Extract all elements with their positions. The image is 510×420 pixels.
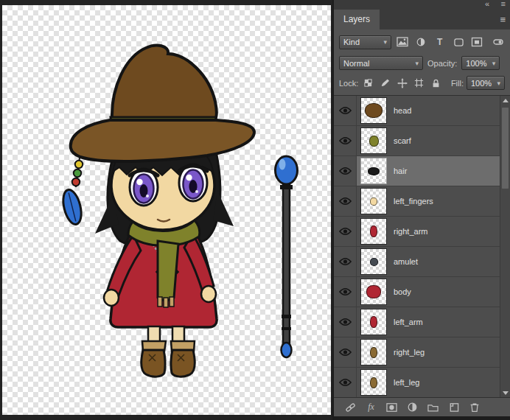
- layer-row-main[interactable]: body: [357, 277, 510, 307]
- blend-mode-value: Normal: [343, 59, 369, 68]
- right-eye-graphic: [179, 164, 207, 201]
- layer-row[interactable]: hair: [334, 156, 510, 186]
- visibility-toggle[interactable]: [334, 337, 357, 367]
- kind-label: Kind: [343, 38, 360, 46]
- layer-thumbnail[interactable]: [360, 339, 387, 365]
- eye-icon: [339, 227, 352, 236]
- layer-row-main[interactable]: hair: [357, 156, 510, 186]
- layer-row-main[interactable]: left_leg: [357, 368, 510, 397]
- panel-menu-icon[interactable]: ≡: [500, 14, 506, 25]
- layer-row-main[interactable]: scarf: [357, 126, 510, 155]
- layer-row[interactable]: right_arm: [334, 217, 510, 247]
- hat-graphic: [71, 46, 254, 161]
- opacity-label: Opacity:: [427, 59, 457, 68]
- fx-icon: fx: [368, 402, 374, 413]
- tab-layers[interactable]: Layers: [334, 10, 380, 29]
- lock-all-button[interactable]: [429, 77, 443, 90]
- canvas[interactable]: [2, 5, 331, 415]
- layer-thumbnail[interactable]: [360, 158, 387, 184]
- filter-shape-layers-button[interactable]: [451, 35, 466, 49]
- fill-input[interactable]: 100% ▾: [467, 76, 505, 90]
- legs-graphic: [142, 326, 195, 377]
- filter-type-layers-button[interactable]: T: [433, 35, 447, 49]
- filter-adjustment-layers-button[interactable]: [413, 35, 428, 49]
- layer-list: head scarf hair left_fi: [334, 95, 510, 397]
- layer-row[interactable]: body: [334, 277, 510, 307]
- layer-name: right_arm: [394, 227, 427, 236]
- eye-icon: [339, 348, 352, 357]
- add-layer-mask-button[interactable]: [385, 401, 399, 413]
- visibility-toggle[interactable]: [334, 186, 357, 216]
- layer-thumbnail[interactable]: [360, 97, 387, 124]
- lock-image-pixels-button[interactable]: [378, 77, 392, 90]
- new-group-button[interactable]: [426, 401, 440, 413]
- layer-name: head: [394, 106, 411, 115]
- layer-row[interactable]: head: [334, 96, 510, 126]
- new-layer-button[interactable]: [447, 401, 461, 413]
- visibility-toggle[interactable]: [334, 368, 357, 397]
- visibility-toggle[interactable]: [334, 217, 357, 246]
- layer-row[interactable]: scarf: [334, 126, 510, 156]
- panel-tabbar: Layers ≡: [334, 10, 510, 29]
- layer-row-main[interactable]: right_leg: [357, 337, 510, 367]
- layer-row-main[interactable]: left_arm: [357, 307, 510, 337]
- layer-row-main[interactable]: head: [357, 96, 510, 125]
- layer-thumb-blob: [370, 377, 377, 388]
- character-artwork: [2, 5, 332, 415]
- layer-rows: head scarf hair left_fi: [334, 96, 510, 397]
- lock-artboard-button[interactable]: [412, 77, 426, 90]
- layer-name: left_arm: [394, 318, 423, 326]
- layer-thumbnail[interactable]: [360, 127, 387, 154]
- visibility-toggle[interactable]: [334, 96, 357, 125]
- layer-row[interactable]: amulet: [334, 247, 510, 277]
- filter-toggle-switch[interactable]: [492, 35, 506, 49]
- chevron-down-icon: ▾: [497, 80, 500, 87]
- blend-mode-dropdown[interactable]: Normal ▾: [339, 56, 423, 70]
- layer-thumbnail[interactable]: [360, 279, 387, 305]
- visibility-toggle[interactable]: [334, 126, 357, 155]
- visibility-toggle[interactable]: [334, 277, 357, 307]
- layer-row[interactable]: left_arm: [334, 307, 510, 337]
- layer-row[interactable]: left_leg: [334, 368, 510, 397]
- layer-thumb-blob: [369, 136, 379, 147]
- chevron-down-icon: ▾: [384, 38, 388, 46]
- layer-style-button[interactable]: fx: [364, 401, 378, 413]
- scroll-down-arrow[interactable]: [500, 388, 510, 397]
- layer-name: right_leg: [394, 348, 425, 357]
- lock-position-button[interactable]: [395, 77, 409, 90]
- layer-thumbnail[interactable]: [360, 369, 387, 396]
- layer-row-main[interactable]: left_fingers: [357, 186, 510, 216]
- opacity-input[interactable]: 100% ▾: [461, 56, 500, 70]
- eye-icon: [339, 197, 352, 206]
- visibility-toggle[interactable]: [334, 247, 357, 276]
- opacity-value: 100%: [466, 59, 486, 68]
- layer-list-scrollbar[interactable]: [500, 96, 510, 397]
- eye-icon: [339, 287, 352, 296]
- layer-thumbnail[interactable]: [360, 309, 387, 335]
- layer-row-main[interactable]: amulet: [357, 247, 510, 276]
- kind-filter-dropdown[interactable]: Kind ▾: [339, 35, 391, 49]
- delete-layer-button[interactable]: [467, 401, 481, 413]
- panel-bottom-strip: [334, 416, 510, 420]
- scroll-up-arrow[interactable]: [500, 96, 510, 105]
- layer-row-main[interactable]: right_arm: [357, 217, 510, 246]
- layer-row[interactable]: left_fingers: [334, 186, 510, 217]
- layer-thumbnail[interactable]: [360, 248, 387, 275]
- link-layers-button[interactable]: [343, 401, 357, 413]
- layer-thumbnail[interactable]: [360, 188, 387, 214]
- panel-group-menu-icon[interactable]: ≡: [501, 0, 506, 9]
- visibility-toggle[interactable]: [334, 307, 357, 337]
- collapse-panels-icon[interactable]: «: [485, 0, 489, 9]
- adjustment-layer-button[interactable]: [405, 401, 419, 413]
- application-window: « ≡ Layers ≡ Kind ▾ T: [0, 0, 510, 420]
- layer-thumbnail[interactable]: [360, 218, 387, 245]
- layer-thumb-blob: [366, 285, 381, 298]
- layer-thumb-blob: [365, 103, 382, 118]
- visibility-toggle[interactable]: [334, 156, 357, 186]
- layer-row[interactable]: right_leg: [334, 337, 510, 368]
- filter-pixel-layers-button[interactable]: [395, 35, 410, 49]
- scrollbar-thumb[interactable]: [502, 108, 509, 189]
- lock-transparent-pixels-button[interactable]: [361, 77, 375, 90]
- filter-smart-object-button[interactable]: [469, 35, 484, 49]
- layer-name: hair: [394, 167, 407, 175]
